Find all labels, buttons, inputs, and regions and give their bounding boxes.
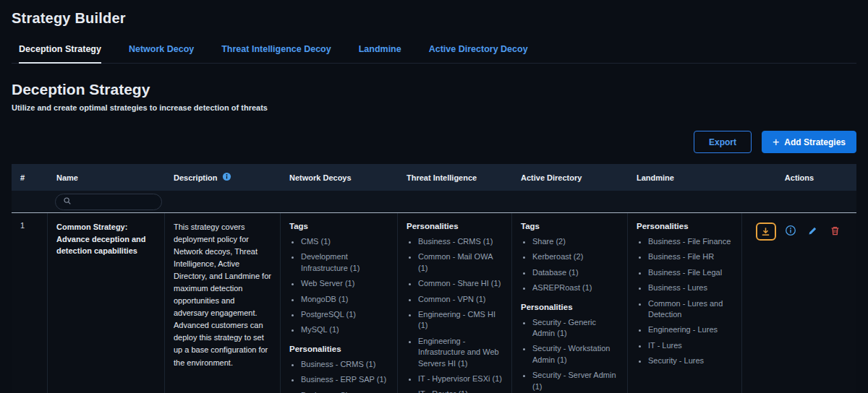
header-network-decoys: Network Decoys	[281, 164, 398, 191]
list-item: CMS (1)	[301, 236, 388, 247]
list-item: Business - Lures	[648, 282, 733, 293]
list-item: Common - VPN (1)	[418, 294, 503, 305]
cell-section-title: Personalities	[637, 222, 733, 230]
active-directory-cell: TagsShare (2)Kerberoast (2)Database (1)A…	[512, 213, 628, 393]
list-item: Security - Lures	[648, 355, 733, 366]
header-description-label: Description	[174, 173, 218, 182]
list-item: Kerberoast (2)	[532, 251, 618, 262]
cell-list: Business - File FinanceBusiness - File H…	[637, 236, 733, 367]
list-item: Database (1)	[532, 267, 618, 278]
list-item: Business - File HR	[648, 251, 733, 262]
list-item: Engineering - Infrastructure and Web Ser…	[418, 336, 503, 369]
cell-section-title: Personalities	[407, 222, 503, 230]
list-item: Common - Mail OWA (1)	[418, 251, 503, 274]
page-subtitle: Utilize and create optimal strategies to…	[12, 103, 856, 112]
threat-intelligence-cell: PersonalitiesBusiness - CRMS (1)Common -…	[398, 213, 512, 393]
cell-list: CMS (1)Development Infrastructure (1)Web…	[289, 236, 388, 336]
table-row: 1 Common Strategy: Advance deception and…	[12, 213, 856, 393]
app-title: Strategy Builder	[12, 0, 856, 27]
list-item: MongoDB (1)	[301, 294, 388, 305]
tab-landmine[interactable]: Landmine	[359, 44, 401, 63]
table-header-row: # Name Description Network Decoys Threat…	[12, 164, 856, 191]
header-description: Description	[165, 164, 281, 191]
edit-button[interactable]	[805, 223, 821, 238]
list-item: Business - CRMS (1)	[418, 236, 503, 247]
list-item: Common - Share HI (1)	[418, 278, 503, 289]
cell-list: Business - CRMS (1)Common - Mail OWA (1)…	[407, 236, 503, 393]
tab-deception-strategy[interactable]: Deception Strategy	[19, 44, 101, 64]
add-strategies-button[interactable]: + Add Strategies	[762, 131, 856, 153]
list-item: PostgreSQL (1)	[301, 309, 388, 320]
list-item: Security - Server Admin (1)	[532, 370, 618, 392]
add-strategies-label: Add Strategies	[784, 137, 846, 147]
cell-list: Share (2)Kerberoast (2)Database (1)ASREP…	[521, 236, 618, 294]
list-item: Business - File Legal	[648, 267, 733, 278]
plus-icon: +	[773, 137, 779, 148]
list-item: Business - ERP SAP (1)	[301, 374, 388, 385]
cell-list: Business - CRMS (1)Business - ERP SAP (1…	[289, 359, 388, 393]
page-title: Deception Strategy	[12, 81, 856, 98]
strategy-description: This strategy covers deployment policy f…	[165, 213, 281, 393]
list-item: Security - Generic Admin (1)	[532, 317, 618, 340]
page: Strategy Builder Deception Strategy Netw…	[0, 0, 868, 393]
info-button[interactable]	[783, 223, 799, 238]
tab-threat-intelligence-decoy[interactable]: Threat Intelligence Decoy	[221, 44, 331, 63]
list-item: Web Server (1)	[301, 278, 388, 289]
tab-bar: Deception Strategy Network Decoy Threat …	[12, 44, 856, 64]
tab-active-directory-decoy[interactable]: Active Directory Decoy	[429, 44, 528, 63]
header-actions: Actions	[742, 164, 856, 191]
cell-section-title: Tags	[521, 222, 618, 230]
list-item: IT - Lures	[648, 340, 733, 351]
delete-button[interactable]	[827, 223, 843, 238]
list-item: IT - Router (1)	[418, 389, 503, 393]
list-item: Business - Share	[301, 390, 388, 393]
cell-section-title: Personalities	[289, 345, 388, 353]
header-landmine: Landmine	[628, 164, 742, 191]
list-item: Business - CRMS (1)	[301, 359, 388, 370]
strategy-name: Common Strategy: Advance deception and d…	[48, 213, 165, 393]
download-button[interactable]	[756, 223, 776, 241]
name-search-input[interactable]	[77, 197, 154, 206]
list-item: Common - Lures and Detection	[648, 298, 733, 321]
cell-section-title: Personalities	[521, 303, 618, 311]
header-num: #	[12, 164, 48, 191]
header-name: Name	[48, 164, 165, 191]
cell-section-title: Tags	[289, 222, 388, 230]
list-item: MySQL (1)	[301, 324, 388, 335]
info-icon[interactable]	[222, 172, 231, 183]
search-icon	[63, 195, 72, 208]
export-button[interactable]: Export	[694, 131, 752, 153]
header-threat-intelligence: Threat Intelligence	[398, 164, 512, 191]
list-item: Engineering - CMS HI (1)	[418, 309, 503, 332]
list-item: Engineering - Lures	[648, 324, 733, 335]
cell-list: Security - Generic Admin (1)Security - W…	[521, 317, 618, 392]
list-item: Security - Workstation Admin (1)	[532, 343, 618, 366]
list-item: Business - File Finance	[648, 236, 733, 247]
name-search-box[interactable]	[55, 194, 162, 210]
row-number: 1	[12, 213, 48, 393]
toolbar: Export + Add Strategies	[12, 131, 856, 153]
network-decoys-cell: TagsCMS (1)Development Infrastructure (1…	[281, 213, 398, 393]
strategies-table: # Name Description Network Decoys Threat…	[12, 164, 856, 393]
filter-name-cell	[48, 194, 165, 210]
list-item: Share (2)	[532, 236, 618, 247]
actions-cell	[742, 213, 856, 393]
landmine-cell: PersonalitiesBusiness - File FinanceBusi…	[628, 213, 742, 393]
list-item: IT - Hypervisor ESXi (1)	[418, 373, 503, 384]
list-item: ASREPRoast (1)	[532, 282, 618, 293]
tab-network-decoy[interactable]: Network Decoy	[129, 44, 194, 63]
header-active-directory: Active Directory	[512, 164, 628, 191]
table-filter-row	[12, 191, 856, 213]
list-item: Development Infrastructure (1)	[301, 251, 388, 274]
